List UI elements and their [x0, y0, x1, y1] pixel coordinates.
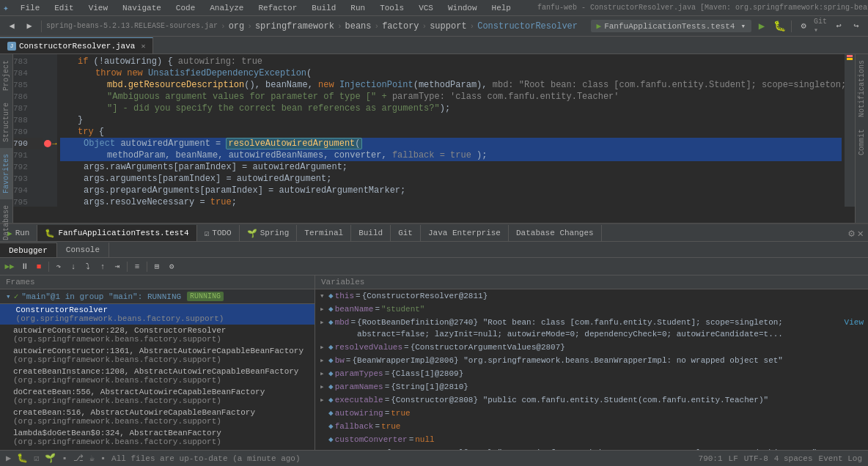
frame-3[interactable]: createBeanInstance:1208, AbstractAutowir… [0, 366, 315, 386]
menu-edit[interactable]: Edit [51, 2, 76, 14]
var-this-expand[interactable]: ▾ [320, 290, 327, 302]
breadcrumb-support[interactable]: support [430, 19, 466, 34]
menu-vcs[interactable]: VCS [416, 2, 436, 14]
left-tab-database[interactable]: Database [0, 199, 12, 246]
breakpoint-790[interactable] [44, 140, 51, 147]
debug-tab-build[interactable]: Build [351, 225, 391, 241]
event-log-btn[interactable]: Event Log [819, 454, 862, 463]
editor-tab-constructorresolver[interactable]: J ConstructorResolver.java ✕ [0, 37, 153, 53]
run-icon[interactable]: ▶ [6, 453, 11, 464]
position-indicator[interactable]: 790:1 [699, 454, 723, 463]
force-step-into-btn[interactable]: ⤵ [81, 260, 95, 273]
var-resolvedvalues-expand[interactable]: ▸ [320, 341, 327, 353]
var-converter[interactable]: ▸ ◆ converter = {BeanWrapperImpl@2806} "… [315, 446, 868, 450]
line-sep-indicator[interactable]: LF [729, 454, 738, 463]
var-mbd-expand[interactable]: ▸ [320, 317, 327, 328]
frame-7[interactable]: getObject:1, 1466785259 (org.springframe… [0, 448, 315, 450]
debug-tab-debug[interactable]: 🐛 FanfuApplicationTests.test4 [37, 225, 196, 241]
settings-debug-btn[interactable]: ⚙ [165, 260, 178, 273]
breadcrumb-beans[interactable]: beans [345, 19, 372, 34]
spring-icon[interactable]: 🌱 [45, 453, 56, 464]
menu-view[interactable]: View [86, 2, 111, 14]
frame-0[interactable]: ConstructorResolver (org.springframework… [0, 304, 315, 325]
menu-navigate[interactable]: Navigate [119, 2, 164, 14]
debug-tab-spring[interactable]: 🌱 Spring [240, 225, 298, 241]
var-executable[interactable]: ▸ ◆ executable = {Constructor@2808} "pub… [315, 393, 868, 407]
tab-close-icon[interactable]: ✕ [141, 42, 145, 51]
step-over-btn[interactable]: ↷ [52, 260, 65, 273]
var-bw-expand[interactable]: ▸ [320, 355, 327, 366]
frame-5[interactable]: createBean:516, AbstractAutowireCapableB… [0, 407, 315, 427]
breadcrumb-org[interactable]: org [229, 19, 245, 34]
debug-icon[interactable]: 🐛 [17, 453, 28, 464]
var-executable-expand[interactable]: ▸ [320, 394, 327, 406]
step-out-btn[interactable]: ↑ [96, 260, 109, 273]
right-tab-commit[interactable]: Commit [856, 123, 868, 161]
back-btn[interactable]: ◀ [4, 19, 19, 34]
var-customconverter[interactable]: ◆ customConverter = null [315, 433, 868, 446]
menu-help[interactable]: Help [489, 2, 514, 14]
var-fallback[interactable]: ◆ fallback = true [315, 420, 868, 433]
frame-4[interactable]: doCreateBean:556, AbstractAutowireCapabl… [0, 386, 315, 407]
var-paramtypes-expand[interactable]: ▸ [320, 368, 327, 380]
frame-1[interactable]: autowireConstructor:228, ConstructorReso… [0, 325, 315, 345]
left-tab-favorites[interactable]: Favorites [0, 148, 12, 199]
menu-run[interactable]: Run [347, 2, 368, 14]
menu-refactor[interactable]: Refactor [255, 2, 300, 14]
debug-tab-terminal[interactable]: Terminal [297, 225, 351, 241]
debug-tab-todo[interactable]: ☑ TODO [197, 225, 240, 241]
terminal-icon[interactable]: ▪ [62, 454, 67, 464]
stop-btn[interactable]: ■ [32, 260, 45, 273]
left-tab-structure[interactable]: Structure [0, 97, 12, 148]
code-editor[interactable]: 783 784 785 786 787 788 789 790 791 792 … [13, 54, 855, 207]
run-btn[interactable]: ▶ [754, 19, 769, 34]
debug-tab-database-changes[interactable]: Database Changes [509, 225, 602, 241]
var-converter-expand[interactable]: ▸ [320, 447, 327, 450]
encoding-indicator[interactable]: UTF-8 [744, 454, 768, 463]
debugger-sub-tab-console[interactable]: Console [57, 243, 109, 257]
debug-btn-toolbar[interactable]: 🐛 [772, 19, 787, 34]
left-tab-project[interactable]: Project [0, 54, 12, 97]
menu-analyze[interactable]: Analyze [207, 2, 246, 14]
var-resolvedvalues[interactable]: ▸ ◆ resolvedValues = {ConstructorArgumen… [315, 341, 868, 354]
var-autowiring[interactable]: ◆ autowiring = true [315, 407, 868, 420]
frame-2[interactable]: autowireConstructor:1361, AbstractAutowi… [0, 345, 315, 366]
menu-file[interactable]: File [18, 2, 43, 14]
debug-tab-git[interactable]: Git [391, 225, 421, 241]
menu-code[interactable]: Code [173, 2, 198, 14]
restore-layout-btn[interactable]: ⊞ [150, 260, 163, 273]
menu-window[interactable]: Window [445, 2, 480, 14]
var-paramnames[interactable]: ▸ ◆ paramNames = {String[1]@2810} [315, 380, 868, 393]
thread-expand-icon[interactable]: ▾ [6, 292, 11, 301]
pause-btn[interactable]: ⏸ [18, 260, 31, 273]
var-paramtypes[interactable]: ▸ ◆ paramTypes = {Class[1]@2809} [315, 367, 868, 380]
settings-btn[interactable]: ⚙ [796, 19, 811, 34]
var-bw[interactable]: ▸ ◆ bw = {BeanWrapperImpl@2806} "org.spr… [315, 354, 868, 367]
right-tab-notifications[interactable]: Notifications [856, 54, 868, 123]
var-beanname-expand[interactable]: ▸ [320, 303, 327, 315]
forward-btn[interactable]: ▶ [22, 19, 37, 34]
var-paramnames-expand[interactable]: ▸ [320, 381, 327, 393]
panel-minimize-btn[interactable]: ✕ [856, 226, 865, 241]
frame-6[interactable]: lambda$doGetBean$0:324, AbstractBeanFact… [0, 427, 315, 448]
git-icon[interactable]: ⎇ [73, 453, 84, 464]
panel-settings-btn[interactable]: ⚙ [847, 226, 856, 241]
evaluate-btn[interactable]: ≡ [130, 260, 144, 273]
git-btn[interactable]: Git ▾ [814, 19, 828, 34]
var-this[interactable]: ▾ ◆ this = {ConstructorResolver@2811} [315, 289, 868, 303]
run-config-selector[interactable]: ▶ FanfuApplicationTests.test4 ▾ [591, 20, 751, 32]
redo-btn[interactable]: ↪ [849, 19, 864, 34]
code-text[interactable]: if (!autowiring) { autowiring: true thro… [57, 54, 845, 207]
breadcrumb-springframework[interactable]: springframework [255, 19, 334, 34]
breadcrumb-factory[interactable]: factory [382, 19, 419, 34]
var-mbd-viewlink[interactable]: View [845, 317, 864, 328]
debug-tab-java-enterprise[interactable]: Java Enterprise [421, 225, 509, 241]
var-mbd[interactable]: ▸ ◆ mbd = {RootBeanDefinition@2740} "Roo… [315, 316, 868, 341]
resume-btn[interactable]: ▶▶ [3, 260, 16, 273]
step-into-btn[interactable]: ↓ [67, 260, 80, 273]
menu-build[interactable]: Build [309, 2, 339, 14]
menu-tools[interactable]: Tools [377, 2, 407, 14]
breadcrumb-classname[interactable]: ConstructorResolver [477, 19, 578, 34]
var-beanname[interactable]: ▸ ◆ beanName = "student" [315, 303, 868, 316]
java-enterprise-icon[interactable]: ☕ [89, 453, 95, 464]
